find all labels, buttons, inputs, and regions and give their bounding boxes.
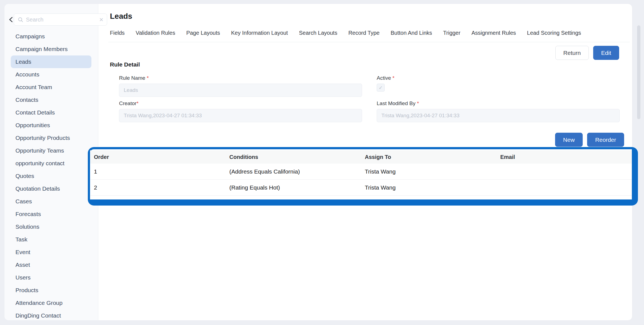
cell-conditions: (Address Equals California)	[226, 168, 361, 175]
edit-button[interactable]: Edit	[593, 46, 619, 60]
sidebar-item-forecasts[interactable]: Forecasts	[11, 208, 91, 220]
tab-key-information-layout[interactable]: Key Information Layout	[231, 30, 288, 36]
creator-field: Creator* Trista Wang,2023-04-27 01:34:33	[119, 100, 362, 122]
active-label-text: Active	[377, 75, 391, 81]
tab-record-type[interactable]: Record Type	[348, 30, 379, 36]
sidebar-item-leads[interactable]: Leads	[11, 55, 91, 68]
rule-name-input[interactable]: Leads	[119, 84, 362, 97]
table-actions: New Reorder	[110, 133, 632, 147]
sidebar-item-quotes[interactable]: Quotes	[11, 170, 91, 182]
rule-detail-form: Rule Name * Leads Active * ✓	[119, 75, 632, 122]
column-header-conditions: Conditions	[226, 154, 361, 160]
tabs-divider	[108, 42, 630, 42]
toolbar: Return Edit	[110, 46, 632, 60]
tab-button-and-links[interactable]: Button And Links	[390, 30, 432, 36]
rule-name-label: Rule Name *	[119, 75, 362, 81]
sidebar-item-solutions[interactable]: Solutions	[11, 220, 91, 233]
creator-input[interactable]: Trista Wang,2023-04-27 01:34:33	[119, 109, 362, 122]
rule-name-label-text: Rule Name	[119, 75, 145, 81]
app-root: ✕ Campaigns Campaign Members Leads Accou…	[0, 0, 644, 325]
sidebar-item-cases[interactable]: Cases	[11, 195, 91, 208]
sidebar-item-campaign-members[interactable]: Campaign Members	[11, 43, 91, 55]
sidebar-item-products[interactable]: Products	[11, 284, 91, 297]
required-asterisk: *	[136, 100, 138, 106]
search-input[interactable]	[26, 17, 99, 23]
cell-order: 1	[90, 168, 226, 175]
search-icon	[18, 17, 23, 22]
return-button[interactable]: Return	[555, 46, 589, 60]
cell-assign-to: Trista Wang	[361, 168, 497, 175]
last-modified-by-label: Last Modified By *	[377, 100, 620, 106]
last-modified-by-label-text: Last Modified By	[377, 100, 415, 106]
cell-conditions: (Rating Equals Hot)	[226, 184, 361, 191]
tab-search-layouts[interactable]: Search Layouts	[299, 30, 337, 36]
sidebar-item-attendance-group[interactable]: Attendance Group	[11, 297, 91, 309]
table-row[interactable]: 1 (Address Equals California) Trista Wan…	[90, 164, 632, 180]
last-modified-by-field: Last Modified By * Trista Wang,2023-04-2…	[377, 100, 620, 122]
table-row[interactable]: 2 (Rating Equals Hot) Trista Wang	[90, 180, 632, 196]
active-checkbox[interactable]: ✓	[377, 84, 385, 92]
column-header-assign-to: Assign To	[361, 154, 497, 160]
assignment-rules-table: Order Conditions Assign To Email 1 (Addr…	[90, 150, 632, 201]
sidebar-item-opportunities[interactable]: Opportunities	[11, 119, 91, 132]
sidebar-item-asset[interactable]: Asset	[11, 259, 91, 271]
tab-lead-scoring-settings[interactable]: Lead Scoring Settings	[527, 30, 581, 36]
tab-assignment-rules[interactable]: Assignment Rules	[471, 30, 516, 36]
rule-detail-section-title: Rule Detail	[110, 61, 632, 68]
column-header-order: Order	[90, 154, 226, 160]
sidebar-item-opportunity-contact[interactable]: opportunity contact	[11, 157, 91, 170]
sidebar-search-row: ✕	[4, 14, 98, 26]
cell-assign-to: Trista Wang	[361, 184, 497, 191]
required-asterisk: *	[391, 75, 395, 81]
last-modified-by-value: Trista Wang,2023-04-27 01:34:33	[381, 113, 460, 119]
creator-label-text: Creator	[119, 100, 136, 106]
page-title: Leads	[110, 12, 632, 21]
cell-order: 2	[90, 184, 226, 191]
sidebar-item-dingding-contact[interactable]: DingDing Contact	[11, 309, 91, 321]
sidebar-item-opportunity-teams[interactable]: Opportunity Teams	[11, 144, 91, 157]
sidebar-item-event[interactable]: Event	[11, 246, 91, 259]
chevron-left-icon	[8, 17, 14, 23]
creator-label: Creator*	[119, 100, 362, 106]
rule-name-value: Leads	[124, 87, 138, 93]
tab-validation-rules[interactable]: Validation Rules	[136, 30, 175, 36]
sidebar-nav: Campaigns Campaign Members Leads Account…	[4, 30, 98, 321]
reorder-button[interactable]: Reorder	[587, 133, 624, 147]
column-header-email: Email	[497, 154, 632, 160]
sidebar: ✕ Campaigns Campaign Members Leads Accou…	[4, 4, 98, 320]
check-icon: ✓	[379, 85, 383, 91]
required-asterisk: *	[415, 100, 419, 106]
tab-fields[interactable]: Fields	[110, 30, 125, 36]
sidebar-item-accounts[interactable]: Accounts	[11, 68, 91, 81]
new-button[interactable]: New	[555, 133, 583, 147]
tab-bar: Fields Validation Rules Page Layouts Key…	[110, 30, 632, 36]
sidebar-item-opportunity-products[interactable]: Opportunity Products	[11, 132, 91, 144]
sidebar-item-users[interactable]: Users	[11, 271, 91, 284]
sidebar-item-contact-details[interactable]: Contact Details	[11, 106, 91, 119]
collapse-sidebar-button[interactable]	[8, 17, 14, 23]
last-modified-by-input[interactable]: Trista Wang,2023-04-27 01:34:33	[377, 109, 620, 122]
sidebar-item-quotation-details[interactable]: Quotation Details	[11, 182, 91, 195]
creator-value: Trista Wang,2023-04-27 01:34:33	[124, 113, 202, 119]
scrollbar-thumb[interactable]	[637, 25, 640, 119]
sidebar-item-contacts[interactable]: Contacts	[11, 94, 91, 106]
sidebar-item-account-team[interactable]: Account Team	[11, 81, 91, 94]
required-asterisk: *	[145, 75, 149, 81]
search-box: ✕	[14, 14, 107, 26]
rule-name-field: Rule Name * Leads	[119, 75, 362, 97]
sidebar-item-campaigns[interactable]: Campaigns	[11, 30, 91, 43]
active-label: Active *	[377, 75, 620, 81]
tab-page-layouts[interactable]: Page Layouts	[186, 30, 220, 36]
sidebar-item-task[interactable]: Task	[11, 233, 91, 246]
table-header-row: Order Conditions Assign To Email	[90, 150, 632, 164]
highlight-annotation-box: Order Conditions Assign To Email 1 (Addr…	[88, 147, 638, 206]
active-field: Active * ✓	[377, 75, 620, 97]
tab-trigger[interactable]: Trigger	[443, 30, 461, 36]
